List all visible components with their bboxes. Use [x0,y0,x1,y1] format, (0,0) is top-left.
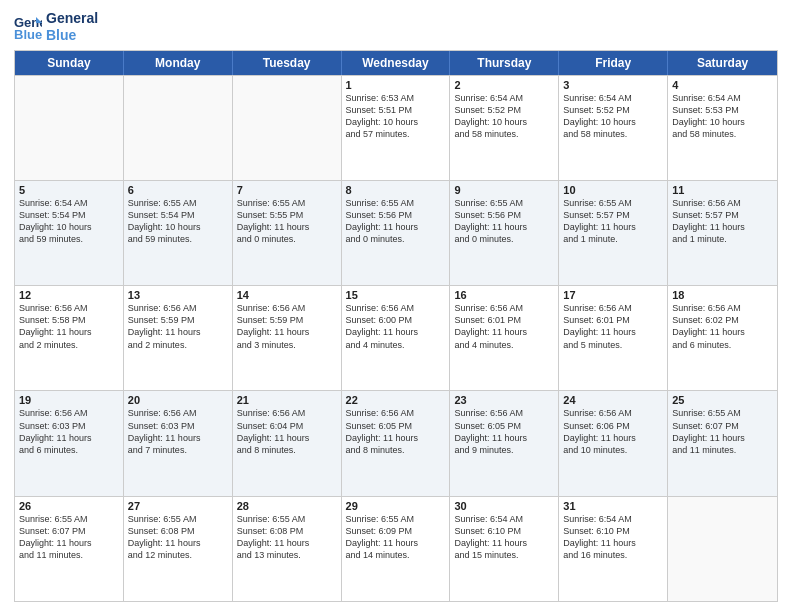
svg-text:Blue: Blue [14,27,42,41]
day-number: 13 [128,289,228,301]
day-number: 12 [19,289,119,301]
day-info: Sunrise: 6:54 AM Sunset: 6:10 PM Dayligh… [454,513,554,562]
day-info: Sunrise: 6:54 AM Sunset: 5:54 PM Dayligh… [19,197,119,246]
day-number: 20 [128,394,228,406]
calendar-cell: 1Sunrise: 6:53 AM Sunset: 5:51 PM Daylig… [342,76,451,180]
calendar-cell: 24Sunrise: 6:56 AM Sunset: 6:06 PM Dayli… [559,391,668,495]
day-number: 22 [346,394,446,406]
day-info: Sunrise: 6:56 AM Sunset: 6:05 PM Dayligh… [454,407,554,456]
day-info: Sunrise: 6:56 AM Sunset: 6:03 PM Dayligh… [19,407,119,456]
day-info: Sunrise: 6:54 AM Sunset: 5:52 PM Dayligh… [454,92,554,141]
day-info: Sunrise: 6:55 AM Sunset: 5:56 PM Dayligh… [346,197,446,246]
day-info: Sunrise: 6:56 AM Sunset: 6:04 PM Dayligh… [237,407,337,456]
day-info: Sunrise: 6:55 AM Sunset: 6:07 PM Dayligh… [672,407,773,456]
weekday-header: Thursday [450,51,559,75]
calendar-cell: 27Sunrise: 6:55 AM Sunset: 6:08 PM Dayli… [124,497,233,601]
calendar-cell: 31Sunrise: 6:54 AM Sunset: 6:10 PM Dayli… [559,497,668,601]
day-info: Sunrise: 6:56 AM Sunset: 6:02 PM Dayligh… [672,302,773,351]
day-info: Sunrise: 6:56 AM Sunset: 6:00 PM Dayligh… [346,302,446,351]
day-number: 8 [346,184,446,196]
day-info: Sunrise: 6:56 AM Sunset: 6:01 PM Dayligh… [454,302,554,351]
day-number: 4 [672,79,773,91]
day-info: Sunrise: 6:53 AM Sunset: 5:51 PM Dayligh… [346,92,446,141]
calendar-cell: 9Sunrise: 6:55 AM Sunset: 5:56 PM Daylig… [450,181,559,285]
day-info: Sunrise: 6:55 AM Sunset: 6:08 PM Dayligh… [128,513,228,562]
day-number: 3 [563,79,663,91]
day-number: 31 [563,500,663,512]
day-info: Sunrise: 6:56 AM Sunset: 6:06 PM Dayligh… [563,407,663,456]
calendar-body: 1Sunrise: 6:53 AM Sunset: 5:51 PM Daylig… [15,75,777,601]
calendar-cell: 19Sunrise: 6:56 AM Sunset: 6:03 PM Dayli… [15,391,124,495]
empty-cell [668,497,777,601]
logo: General Blue General Blue [14,10,98,44]
day-info: Sunrise: 6:54 AM Sunset: 5:52 PM Dayligh… [563,92,663,141]
calendar-cell: 13Sunrise: 6:56 AM Sunset: 5:59 PM Dayli… [124,286,233,390]
day-info: Sunrise: 6:55 AM Sunset: 5:55 PM Dayligh… [237,197,337,246]
calendar-cell: 14Sunrise: 6:56 AM Sunset: 5:59 PM Dayli… [233,286,342,390]
day-number: 14 [237,289,337,301]
day-number: 27 [128,500,228,512]
calendar-header: SundayMondayTuesdayWednesdayThursdayFrid… [15,51,777,75]
day-number: 2 [454,79,554,91]
day-number: 26 [19,500,119,512]
calendar-row: 19Sunrise: 6:56 AM Sunset: 6:03 PM Dayli… [15,390,777,495]
day-number: 28 [237,500,337,512]
weekday-header: Friday [559,51,668,75]
calendar-row: 12Sunrise: 6:56 AM Sunset: 5:58 PM Dayli… [15,285,777,390]
calendar-cell: 28Sunrise: 6:55 AM Sunset: 6:08 PM Dayli… [233,497,342,601]
day-number: 1 [346,79,446,91]
calendar-row: 5Sunrise: 6:54 AM Sunset: 5:54 PM Daylig… [15,180,777,285]
calendar-cell: 5Sunrise: 6:54 AM Sunset: 5:54 PM Daylig… [15,181,124,285]
weekday-header: Tuesday [233,51,342,75]
day-number: 25 [672,394,773,406]
day-info: Sunrise: 6:56 AM Sunset: 6:03 PM Dayligh… [128,407,228,456]
calendar-cell: 21Sunrise: 6:56 AM Sunset: 6:04 PM Dayli… [233,391,342,495]
day-number: 9 [454,184,554,196]
day-info: Sunrise: 6:56 AM Sunset: 6:05 PM Dayligh… [346,407,446,456]
day-number: 7 [237,184,337,196]
calendar: SundayMondayTuesdayWednesdayThursdayFrid… [14,50,778,602]
day-number: 11 [672,184,773,196]
day-number: 18 [672,289,773,301]
day-number: 6 [128,184,228,196]
day-info: Sunrise: 6:56 AM Sunset: 5:58 PM Dayligh… [19,302,119,351]
calendar-cell: 23Sunrise: 6:56 AM Sunset: 6:05 PM Dayli… [450,391,559,495]
day-info: Sunrise: 6:55 AM Sunset: 6:08 PM Dayligh… [237,513,337,562]
calendar-cell: 10Sunrise: 6:55 AM Sunset: 5:57 PM Dayli… [559,181,668,285]
empty-cell [233,76,342,180]
empty-cell [124,76,233,180]
calendar-cell: 30Sunrise: 6:54 AM Sunset: 6:10 PM Dayli… [450,497,559,601]
calendar-cell: 7Sunrise: 6:55 AM Sunset: 5:55 PM Daylig… [233,181,342,285]
header: General Blue General Blue [14,10,778,44]
calendar-cell: 16Sunrise: 6:56 AM Sunset: 6:01 PM Dayli… [450,286,559,390]
day-info: Sunrise: 6:54 AM Sunset: 5:53 PM Dayligh… [672,92,773,141]
day-info: Sunrise: 6:56 AM Sunset: 5:59 PM Dayligh… [237,302,337,351]
calendar-cell: 20Sunrise: 6:56 AM Sunset: 6:03 PM Dayli… [124,391,233,495]
day-number: 16 [454,289,554,301]
day-number: 24 [563,394,663,406]
weekday-header: Wednesday [342,51,451,75]
calendar-row: 26Sunrise: 6:55 AM Sunset: 6:07 PM Dayli… [15,496,777,601]
calendar-cell: 25Sunrise: 6:55 AM Sunset: 6:07 PM Dayli… [668,391,777,495]
day-number: 17 [563,289,663,301]
day-number: 29 [346,500,446,512]
day-info: Sunrise: 6:56 AM Sunset: 5:57 PM Dayligh… [672,197,773,246]
day-info: Sunrise: 6:55 AM Sunset: 5:54 PM Dayligh… [128,197,228,246]
calendar-cell: 17Sunrise: 6:56 AM Sunset: 6:01 PM Dayli… [559,286,668,390]
calendar-cell: 2Sunrise: 6:54 AM Sunset: 5:52 PM Daylig… [450,76,559,180]
calendar-cell: 6Sunrise: 6:55 AM Sunset: 5:54 PM Daylig… [124,181,233,285]
empty-cell [15,76,124,180]
day-info: Sunrise: 6:55 AM Sunset: 6:07 PM Dayligh… [19,513,119,562]
page: General Blue General Blue SundayMondayTu… [0,0,792,612]
day-info: Sunrise: 6:55 AM Sunset: 5:57 PM Dayligh… [563,197,663,246]
day-number: 23 [454,394,554,406]
logo-text: General Blue [46,10,98,44]
weekday-header: Sunday [15,51,124,75]
weekday-header: Monday [124,51,233,75]
day-info: Sunrise: 6:54 AM Sunset: 6:10 PM Dayligh… [563,513,663,562]
day-number: 21 [237,394,337,406]
day-info: Sunrise: 6:56 AM Sunset: 5:59 PM Dayligh… [128,302,228,351]
day-info: Sunrise: 6:55 AM Sunset: 6:09 PM Dayligh… [346,513,446,562]
day-number: 5 [19,184,119,196]
calendar-cell: 8Sunrise: 6:55 AM Sunset: 5:56 PM Daylig… [342,181,451,285]
